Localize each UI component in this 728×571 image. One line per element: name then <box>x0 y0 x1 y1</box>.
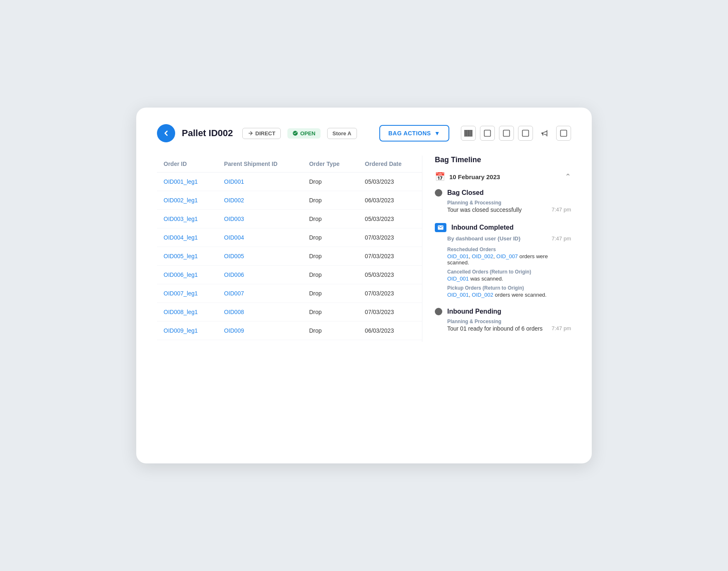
parent-id-cell[interactable]: OID009 <box>217 321 302 340</box>
order-id-cell[interactable]: OID002_leg1 <box>157 191 217 210</box>
order-type-cell: Drop <box>302 228 358 247</box>
event-sub-section: Pickup Orders (Return to Origin) OID_001… <box>447 285 571 298</box>
col-order-type: Order Type <box>302 156 358 173</box>
parent-id-cell[interactable]: OID004 <box>217 228 302 247</box>
ordered-date-cell: 05/03/2023 <box>358 210 422 228</box>
order-id-cell[interactable]: OID001_leg1 <box>157 173 217 191</box>
parent-id-cell[interactable]: OID001 <box>217 173 302 191</box>
direct-badge: DIRECT <box>242 128 281 139</box>
order-link[interactable]: OID_002 <box>472 292 493 298</box>
event-header: Inbound Completed <box>435 223 571 232</box>
svg-rect-4 <box>469 130 469 136</box>
col-order-id: Order ID <box>157 156 217 173</box>
order-link[interactable]: OID_001 <box>447 292 469 298</box>
toolbar-icon-1[interactable] <box>480 126 495 141</box>
toolbar-icon-2[interactable] <box>499 126 514 141</box>
back-button[interactable] <box>157 124 175 142</box>
order-type-cell: Drop <box>302 266 358 284</box>
order-id-cell[interactable]: OID003_leg1 <box>157 210 217 228</box>
order-id-cell[interactable]: OID004_leg1 <box>157 228 217 247</box>
svg-rect-8 <box>504 130 510 137</box>
table-row: OID005_leg1 OID005 Drop 07/03/2023 <box>157 247 422 266</box>
event-time: 7:47 pm <box>552 325 571 331</box>
table-row: OID003_leg1 OID003 Drop 05/03/2023 <box>157 210 422 228</box>
timeline-event: Bag Closed Planning & Processing Tour wa… <box>435 189 571 213</box>
event-source: Planning & Processing <box>447 319 571 324</box>
event-description: Tour 01 ready for inbound of 6 orders <box>447 325 542 332</box>
event-body: Planning & Processing Tour was closed su… <box>447 200 571 213</box>
bag-actions-button[interactable]: BAG ACTIONS ▼ <box>379 125 449 142</box>
svg-rect-1 <box>465 130 465 136</box>
timeline-area: Bag Timeline 📅 10 February 2023 ⌃ Bag Cl… <box>422 156 571 342</box>
parent-id-cell[interactable]: OID007 <box>217 284 302 303</box>
event-sub-label: Cancelled Orders (Return to Origin) <box>447 269 571 275</box>
event-desc-row: Tour was closed successfully 7:47 pm <box>447 206 571 213</box>
timeline-date: 10 February 2023 <box>449 173 500 180</box>
ordered-date-cell: 07/03/2023 <box>358 284 422 303</box>
event-sub-text: OID_001, OID_002 orders were scanned. <box>447 292 571 298</box>
event-desc-row: Tour 01 ready for inbound of 6 orders 7:… <box>447 325 571 332</box>
order-id-cell[interactable]: OID007_leg1 <box>157 284 217 303</box>
order-type-cell: Drop <box>302 210 358 228</box>
timeline-title: Bag Timeline <box>435 156 571 164</box>
parent-id-cell[interactable]: OID006 <box>217 266 302 284</box>
timeline-date-row: 📅 10 February 2023 ⌃ <box>435 172 571 182</box>
order-link[interactable]: OID_001 <box>447 276 469 282</box>
event-sub-text: OID_001 was scanned. <box>447 276 571 282</box>
event-time: 7:47 pm <box>552 235 571 242</box>
parent-id-cell[interactable]: OID005 <box>217 247 302 266</box>
ordered-date-cell: 05/03/2023 <box>358 266 422 284</box>
col-ordered-date: Ordered Date <box>358 156 422 173</box>
barcode-icon-btn[interactable] <box>461 126 476 141</box>
table-area: Order ID Parent Shipment ID Order Type O… <box>157 156 422 342</box>
order-id-cell[interactable]: OID009_leg1 <box>157 321 217 340</box>
event-title: Inbound Pending <box>447 308 501 315</box>
order-link[interactable]: OID_001 <box>447 253 469 259</box>
event-header: Bag Closed <box>435 189 571 197</box>
event-title: Inbound Completed <box>451 224 513 231</box>
event-time: 7:47 pm <box>552 206 571 213</box>
timeline-date-left: 📅 10 February 2023 <box>435 172 500 182</box>
order-type-cell: Drop <box>302 303 358 321</box>
toolbar-icons <box>461 126 571 141</box>
table-row: OID002_leg1 OID002 Drop 06/03/2023 <box>157 191 422 210</box>
header: Pallet ID002 DIRECT OPEN Store A BAG ACT… <box>157 124 571 142</box>
toolbar-icon-3[interactable] <box>518 126 533 141</box>
megaphone-icon-btn[interactable] <box>537 126 552 141</box>
svg-rect-10 <box>561 130 567 137</box>
parent-id-cell[interactable]: OID002 <box>217 191 302 210</box>
ordered-date-cell: 05/03/2023 <box>358 173 422 191</box>
event-title: Bag Closed <box>447 189 484 197</box>
order-id-cell[interactable]: OID008_leg1 <box>157 303 217 321</box>
table-row: OID004_leg1 OID004 Drop 07/03/2023 <box>157 228 422 247</box>
timeline-event: Inbound Completed By dashboard user {Use… <box>435 223 571 298</box>
event-description: Tour was closed successfully <box>447 206 522 213</box>
order-type-cell: Drop <box>302 247 358 266</box>
dropdown-icon: ▼ <box>434 130 440 137</box>
event-sub-section: Cancelled Orders (Return to Origin) OID_… <box>447 269 571 282</box>
event-header: Inbound Pending <box>435 308 571 315</box>
order-id-cell[interactable]: OID005_leg1 <box>157 247 217 266</box>
svg-rect-5 <box>470 130 471 136</box>
toolbar-icon-4[interactable] <box>556 126 571 141</box>
timeline-events: Bag Closed Planning & Processing Tour wa… <box>435 189 571 332</box>
event-dot <box>435 189 442 197</box>
event-source: By dashboard user {User ID} <box>447 235 521 242</box>
order-link[interactable]: OID_007 <box>497 253 518 259</box>
col-parent-shipment-id: Parent Shipment ID <box>217 156 302 173</box>
event-sub-label: Pickup Orders (Return to Origin) <box>447 285 571 291</box>
chevron-up-icon[interactable]: ⌃ <box>565 172 571 181</box>
order-type-cell: Drop <box>302 321 358 340</box>
event-sub-label: Rescheduled Orders <box>447 247 571 252</box>
svg-rect-9 <box>523 130 529 137</box>
event-body: Planning & Processing Tour 01 ready for … <box>447 319 571 332</box>
table-row: OID009_leg1 OID009 Drop 06/03/2023 <box>157 321 422 340</box>
parent-id-cell[interactable]: OID003 <box>217 210 302 228</box>
parent-id-cell[interactable]: OID008 <box>217 303 302 321</box>
ordered-date-cell: 07/03/2023 <box>358 247 422 266</box>
event-source-row: By dashboard user {User ID} 7:47 pm <box>447 235 571 242</box>
order-id-cell[interactable]: OID006_leg1 <box>157 266 217 284</box>
ordered-date-cell: 06/03/2023 <box>358 321 422 340</box>
table-row: OID001_leg1 OID001 Drop 05/03/2023 <box>157 173 422 191</box>
order-link[interactable]: OID_002 <box>472 253 493 259</box>
